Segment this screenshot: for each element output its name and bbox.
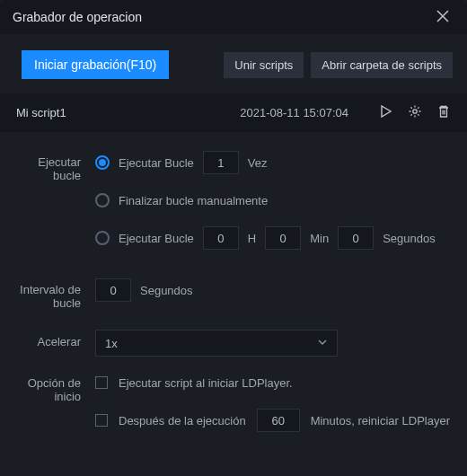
interval-input[interactable] [95,278,131,302]
loop-times-prefix: Ejecutar Bucle [119,156,194,170]
trash-icon[interactable] [436,104,451,121]
loop-m-unit: Min [310,232,329,245]
interval-unit: Segundos [140,284,193,297]
loop-setting: Ejecutar bucle Ejecutar Bucle Vez Finali… [9,150,451,263]
startup-restart-after[interactable]: Después de la ejecución Minutos, reinici… [95,409,451,432]
play-icon[interactable] [379,104,393,121]
checkbox-icon[interactable] [95,376,108,389]
radio-icon[interactable] [95,231,110,245]
loop-seconds-input[interactable] [338,226,374,250]
script-row-actions [379,104,451,121]
startup-restart-prefix: Después de la ejecución [119,414,246,428]
startup-restart-minutes-input[interactable] [257,409,300,432]
script-name: Mi script1 [16,106,151,119]
checkbox-icon[interactable] [95,414,108,427]
window-title: Grabador de operacion [13,10,142,24]
loop-s-unit: Segundos [383,232,436,245]
accelerate-label: Acelerar [9,330,95,348]
top-actions: Iniciar grabación(F10) Unir scripts Abri… [0,34,467,93]
accelerate-select[interactable]: 1x [95,330,338,357]
loop-times-input[interactable] [203,151,239,174]
titlebar: Grabador de operacion [0,0,467,34]
open-scripts-folder-button[interactable]: Abrir carpeta de scripts [311,52,453,78]
loop-manual-label: Finalizar bucle manualmente [119,194,268,207]
accelerate-setting: Acelerar 1x [9,330,451,357]
svg-point-0 [413,110,417,113]
loop-duration-prefix: Ejecutar Bucle [119,232,194,245]
loop-h-unit: H [248,232,256,245]
radio-icon[interactable] [95,193,110,207]
start-recording-button[interactable]: Iniciar grabación(F10) [22,50,169,79]
loop-label: Ejecutar bucle [9,150,95,182]
dialog-buttons: Guardar Cancelar [0,470,467,476]
merge-scripts-button[interactable]: Unir scripts [224,52,304,78]
close-icon[interactable] [431,4,454,31]
radio-icon[interactable] [95,155,110,170]
loop-minutes-input[interactable] [265,226,301,250]
gear-icon[interactable] [408,104,422,121]
loop-times-suffix: Vez [248,156,268,170]
loop-option-duration[interactable]: Ejecutar Bucle H Min Segundos [95,225,451,251]
script-date: 2021-08-11 15:07:04 [240,106,348,119]
loop-hours-input[interactable] [203,226,239,250]
loop-option-manual[interactable]: Finalizar bucle manualmente [95,188,451,213]
loop-option-times[interactable]: Ejecutar Bucle Vez [95,150,451,175]
startup-restart-suffix: Minutos, reiniciar LDPlayer [311,414,450,428]
script-list-item[interactable]: Mi script1 2021-08-11 15:07:04 [0,93,467,132]
startup-run-on-start[interactable]: Ejecutar script al iniciar LDPlayer. [95,371,451,394]
interval-setting: Intervalo de bucle Segundos [9,278,451,315]
startup-setting: Opción de inicio Ejecutar script al inic… [9,371,451,446]
startup-run-label: Ejecutar script al iniciar LDPlayer. [119,376,293,390]
chevron-down-icon [317,337,328,350]
interval-label: Intervalo de bucle [9,278,95,310]
startup-label: Opción de inicio [9,371,95,403]
accelerate-value: 1x [105,337,118,350]
settings-panel: Ejecutar bucle Ejecutar Bucle Vez Finali… [0,132,467,470]
